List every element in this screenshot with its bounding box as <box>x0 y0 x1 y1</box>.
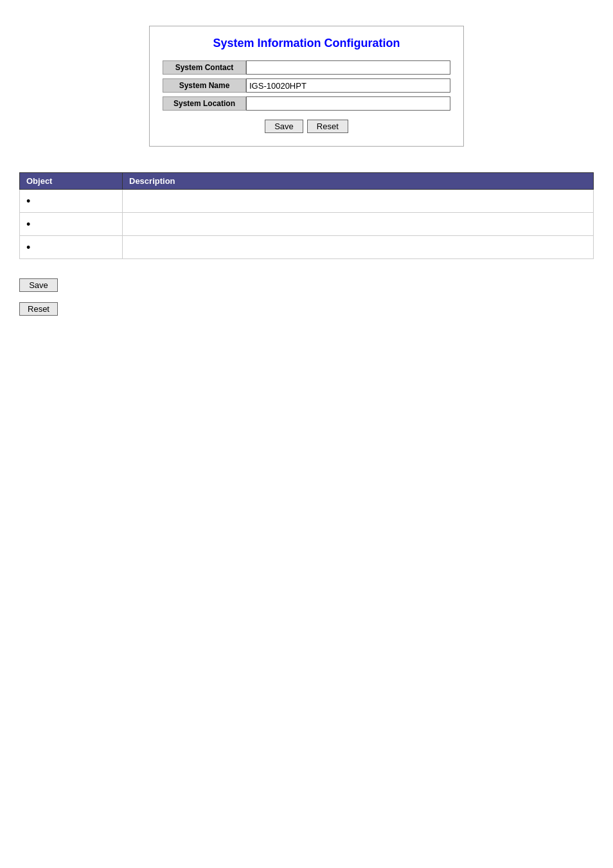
bottom-buttons: Save Reset <box>19 278 594 316</box>
bullet-icon-3: • <box>26 242 30 253</box>
reset-button[interactable]: Reset <box>307 120 348 133</box>
table-cell-object-3: • <box>20 236 123 259</box>
config-form: System Contact System Name System Locati… <box>163 60 450 133</box>
table-row: • <box>20 213 594 236</box>
bullet-icon-1: • <box>26 195 30 207</box>
system-name-row: System Name <box>163 78 450 93</box>
system-contact-input[interactable] <box>246 60 450 75</box>
system-contact-row: System Contact <box>163 60 450 75</box>
table-cell-object-1: • <box>20 190 123 213</box>
bottom-reset-button[interactable]: Reset <box>19 302 58 316</box>
config-card: System Information Configuration System … <box>149 26 464 147</box>
table-cell-desc-3 <box>123 236 594 259</box>
table-cell-desc-2 <box>123 213 594 236</box>
table-cell-object-2: • <box>20 213 123 236</box>
system-name-input[interactable] <box>246 78 450 93</box>
config-buttons: Save Reset <box>163 120 450 133</box>
bullet-icon-2: • <box>26 219 30 230</box>
save-button[interactable]: Save <box>265 120 303 133</box>
col1-header: Object <box>20 173 123 190</box>
system-location-row: System Location <box>163 96 450 111</box>
table-cell-desc-1 <box>123 190 594 213</box>
config-title: System Information Configuration <box>163 37 450 50</box>
table-row: • <box>20 190 594 213</box>
col2-header: Description <box>123 173 594 190</box>
system-contact-label: System Contact <box>163 60 246 75</box>
system-location-label: System Location <box>163 96 246 111</box>
table-row: • <box>20 236 594 259</box>
bottom-save-button[interactable]: Save <box>19 278 58 292</box>
system-name-label: System Name <box>163 78 246 93</box>
description-table: Object Description • • <box>19 172 594 259</box>
system-location-input[interactable] <box>246 96 450 111</box>
